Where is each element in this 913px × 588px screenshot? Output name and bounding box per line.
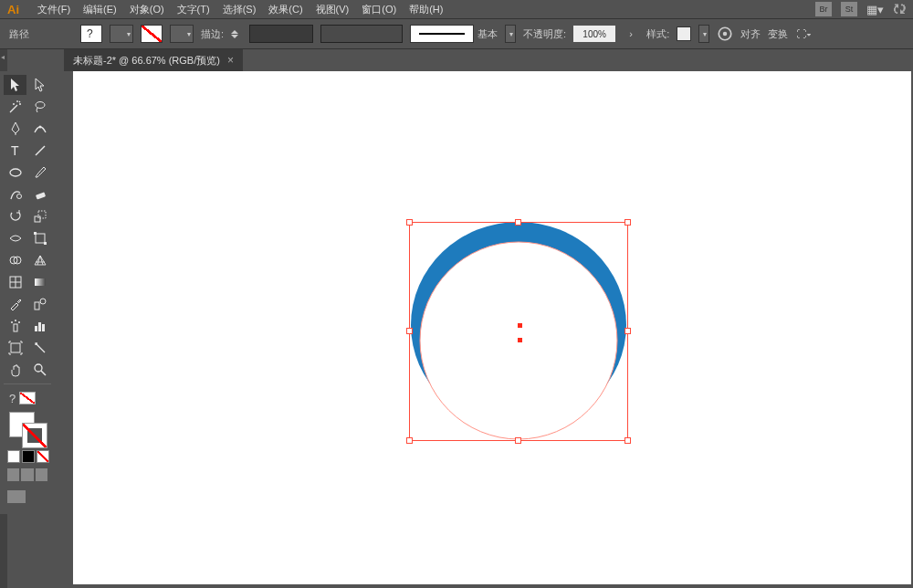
- menu-window[interactable]: 窗口(O): [362, 3, 396, 16]
- canvas-area: [53, 71, 913, 588]
- document-tab-title: 未标题-2* @ 66.67% (RGB/预览): [73, 54, 220, 68]
- brush-basic-label: 基本: [477, 27, 498, 41]
- document-tab[interactable]: 未标题-2* @ 66.67% (RGB/预览) ×: [64, 49, 243, 71]
- draw-inside-icon[interactable]: [36, 468, 47, 481]
- eyedropper-tool[interactable]: [4, 294, 26, 314]
- stroke-swatch[interactable]: [141, 25, 163, 43]
- bridge-icon[interactable]: Br: [815, 2, 832, 16]
- hand-tool[interactable]: [4, 360, 26, 380]
- screen-mode[interactable]: [4, 487, 51, 510]
- fill-swatch[interactable]: [80, 25, 102, 43]
- opacity-more-icon[interactable]: ›: [623, 26, 639, 42]
- sync-settings-icon[interactable]: 🗘: [893, 2, 906, 16]
- svg-rect-18: [35, 302, 39, 310]
- default-fill-stroke-icon[interactable]: ?: [4, 388, 51, 408]
- svg-point-22: [15, 320, 16, 321]
- color-mode-none[interactable]: [37, 450, 49, 463]
- opacity-label: 不透明度:: [523, 27, 566, 41]
- brush-definition[interactable]: [410, 25, 474, 43]
- type-tool[interactable]: T: [4, 141, 26, 161]
- handle-middle-right[interactable]: [624, 328, 631, 334]
- menubar-right: Br St ▦▾ 🗘: [815, 2, 906, 16]
- blend-tool[interactable]: [28, 294, 51, 314]
- svg-point-28: [35, 364, 42, 372]
- svg-point-3: [38, 126, 41, 129]
- arrange-documents-icon[interactable]: ▦▾: [866, 3, 884, 16]
- menu-object[interactable]: 对象(O): [130, 3, 164, 16]
- menu-edit[interactable]: 编辑(E): [83, 3, 117, 16]
- artboard-tool[interactable]: [4, 338, 26, 358]
- magic-wand-tool[interactable]: [4, 97, 26, 117]
- shape-builder-tool[interactable]: [4, 250, 26, 270]
- curvature-tool[interactable]: [28, 119, 51, 139]
- draw-behind-icon[interactable]: [21, 468, 33, 481]
- pen-tool[interactable]: [4, 119, 26, 139]
- center-point-1: [518, 323, 522, 328]
- svg-line-29: [41, 371, 46, 375]
- svg-point-23: [18, 321, 20, 323]
- rotate-tool[interactable]: [4, 206, 26, 226]
- eraser-tool[interactable]: [28, 184, 51, 205]
- menu-help[interactable]: 帮助(H): [409, 3, 443, 16]
- stroke-dropdown[interactable]: [170, 25, 194, 43]
- free-transform-tool[interactable]: [28, 228, 51, 248]
- handle-top-left[interactable]: [406, 219, 413, 226]
- handle-bottom-left[interactable]: [406, 437, 413, 444]
- artboard[interactable]: [73, 71, 911, 584]
- draw-normal-icon[interactable]: [7, 468, 19, 481]
- perspective-grid-tool[interactable]: [28, 250, 51, 270]
- color-mode-gradient[interactable]: [22, 450, 35, 463]
- shaper-tool[interactable]: [4, 184, 26, 205]
- stock-icon[interactable]: St: [841, 2, 857, 16]
- isolate-icon[interactable]: ⛶▾: [795, 26, 812, 42]
- lasso-tool[interactable]: [28, 97, 51, 117]
- symbol-sprayer-tool[interactable]: [4, 316, 26, 336]
- graphic-style-swatch[interactable]: [677, 26, 691, 41]
- brush-dropdown[interactable]: [505, 25, 516, 43]
- mesh-tool[interactable]: [4, 272, 26, 292]
- svg-rect-20: [14, 324, 17, 331]
- opacity-value[interactable]: 100%: [573, 26, 615, 42]
- menu-view[interactable]: 视图(V): [316, 3, 350, 16]
- fill-stroke-swatches[interactable]: [4, 410, 51, 448]
- selection-tool[interactable]: [4, 75, 26, 95]
- fill-dropdown[interactable]: [110, 25, 133, 43]
- svg-rect-26: [42, 324, 45, 331]
- stroke-weight-field[interactable]: [249, 25, 313, 43]
- recolor-artwork-icon[interactable]: [717, 26, 733, 42]
- handle-top-middle[interactable]: [515, 219, 521, 226]
- svg-rect-27: [11, 343, 20, 352]
- color-mode-solid[interactable]: [7, 450, 20, 463]
- transform-label[interactable]: 变换: [768, 27, 788, 41]
- selection-bounding-box[interactable]: [409, 222, 628, 441]
- color-mode-row: [4, 450, 51, 463]
- svg-line-5: [36, 146, 45, 155]
- handle-top-right[interactable]: [624, 219, 631, 226]
- handle-bottom-right[interactable]: [624, 437, 631, 444]
- menu-type[interactable]: 文字(T): [177, 3, 210, 16]
- scale-tool[interactable]: [28, 206, 51, 226]
- menu-select[interactable]: 选择(S): [223, 3, 257, 16]
- handle-bottom-middle[interactable]: [515, 437, 521, 444]
- column-graph-tool[interactable]: [28, 316, 51, 336]
- direct-selection-tool[interactable]: [28, 75, 51, 95]
- svg-rect-24: [35, 326, 37, 331]
- document-tab-close[interactable]: ×: [227, 54, 234, 67]
- slice-tool[interactable]: [28, 338, 51, 358]
- stroke-weight-stepper[interactable]: [231, 25, 242, 43]
- variable-width-profile[interactable]: [320, 25, 403, 43]
- svg-point-21: [11, 321, 13, 323]
- zoom-tool[interactable]: [28, 360, 51, 380]
- gradient-tool[interactable]: [28, 272, 51, 292]
- center-point-2: [518, 338, 522, 342]
- align-label[interactable]: 对齐: [740, 27, 761, 41]
- style-dropdown[interactable]: [698, 25, 709, 43]
- stroke-color-swatch[interactable]: [22, 423, 47, 448]
- paintbrush-tool[interactable]: [28, 163, 51, 183]
- line-segment-tool[interactable]: [28, 141, 51, 161]
- handle-middle-left[interactable]: [406, 328, 413, 334]
- menu-effect[interactable]: 效果(C): [268, 3, 302, 16]
- menu-file[interactable]: 文件(F): [37, 3, 70, 16]
- ellipse-tool[interactable]: [4, 163, 26, 183]
- width-tool[interactable]: [4, 228, 26, 248]
